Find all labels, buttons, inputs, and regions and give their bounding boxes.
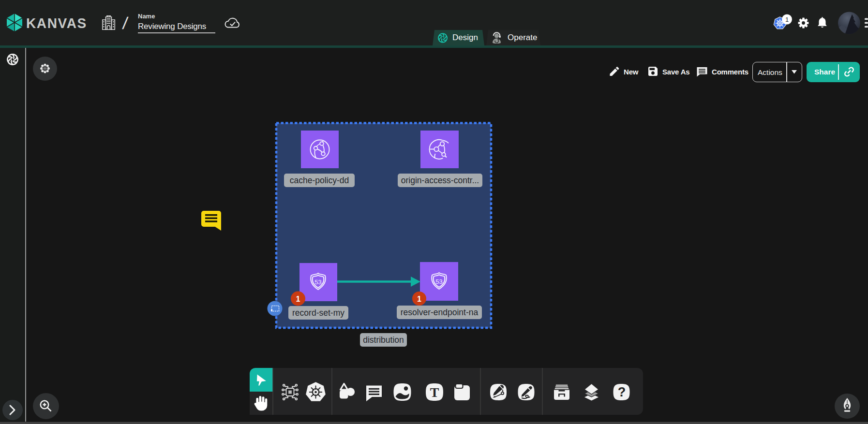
- svg-text:?: ?: [618, 385, 626, 399]
- svg-text:1: 1: [417, 295, 421, 303]
- svg-text:1: 1: [296, 295, 300, 303]
- svg-text:T: T: [430, 385, 439, 400]
- svg-text:53: 53: [435, 278, 442, 285]
- svg-text:53: 53: [314, 278, 321, 286]
- svg-text:1: 1: [785, 16, 789, 23]
